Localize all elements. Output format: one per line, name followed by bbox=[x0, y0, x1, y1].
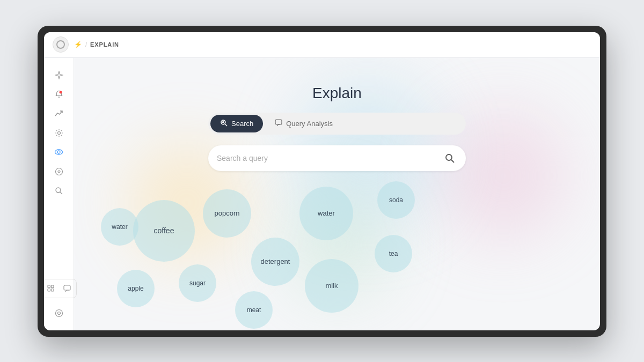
svg-point-19 bbox=[446, 154, 452, 160]
sidebar-item-eye[interactable] bbox=[50, 144, 68, 161]
sidebar-bottom bbox=[44, 279, 77, 322]
sidebar-item-bottom[interactable] bbox=[50, 305, 68, 322]
breadcrumb-sep: / bbox=[85, 41, 87, 48]
svg-line-7 bbox=[60, 192, 62, 194]
bubble-popcorn[interactable]: popcorn bbox=[203, 189, 251, 238]
query-tab-icon bbox=[275, 119, 282, 128]
sidebar-item-trending[interactable] bbox=[50, 105, 68, 122]
search-input[interactable] bbox=[217, 154, 442, 162]
bubble-soda[interactable]: soda bbox=[377, 181, 415, 219]
app-logo[interactable] bbox=[53, 36, 69, 53]
bubble-tea-label: tea bbox=[389, 250, 398, 257]
breadcrumb-current: EXPLAIN bbox=[90, 41, 119, 48]
svg-point-1 bbox=[57, 131, 60, 134]
svg-rect-10 bbox=[48, 289, 50, 292]
sidebar bbox=[44, 58, 74, 330]
bubble-water1-label: water bbox=[112, 223, 127, 231]
title-area: Explain Search Q bbox=[208, 85, 466, 176]
svg-point-14 bbox=[57, 312, 60, 314]
search-tab-icon bbox=[220, 119, 228, 128]
svg-point-13 bbox=[55, 309, 62, 316]
bubble-sugar[interactable]: sugar bbox=[179, 264, 216, 302]
main-layout: Explain Search Q bbox=[44, 58, 600, 330]
search-tab-label: Search bbox=[231, 120, 253, 128]
bubble-apple-label: apple bbox=[128, 285, 143, 292]
bubble-water2[interactable]: water bbox=[299, 187, 353, 240]
svg-point-0 bbox=[59, 91, 62, 93]
sidebar-item-sparkle[interactable] bbox=[50, 67, 68, 84]
breadcrumb-icon: ⚡ bbox=[74, 41, 82, 48]
bubble-apple[interactable]: apple bbox=[117, 270, 155, 307]
svg-rect-9 bbox=[52, 285, 54, 288]
svg-rect-12 bbox=[64, 285, 70, 290]
bubble-milk[interactable]: milk bbox=[305, 259, 358, 313]
svg-rect-8 bbox=[48, 285, 50, 288]
sidebar-item-compass[interactable] bbox=[50, 163, 68, 180]
screen: ⚡ / EXPLAIN bbox=[44, 32, 600, 330]
svg-point-6 bbox=[56, 188, 61, 193]
content-area: Explain Search Q bbox=[74, 58, 600, 330]
sidebar-item-settings[interactable] bbox=[50, 124, 68, 142]
topbar: ⚡ / EXPLAIN bbox=[44, 32, 600, 58]
svg-line-17 bbox=[225, 124, 227, 126]
bubble-water2-label: water bbox=[318, 209, 335, 217]
bubble-detergent[interactable]: detergent bbox=[251, 238, 299, 286]
bubble-meat[interactable]: meat bbox=[235, 291, 273, 329]
bubble-meat-label: meat bbox=[247, 306, 261, 314]
tab-bar: Search Query Analysis bbox=[208, 113, 466, 135]
tab-search[interactable]: Search bbox=[210, 115, 263, 132]
page-title: Explain bbox=[208, 85, 466, 102]
sidebar-item-bell[interactable] bbox=[50, 86, 68, 103]
device-frame: ⚡ / EXPLAIN bbox=[38, 26, 606, 337]
chat-toggle-button[interactable] bbox=[60, 282, 74, 295]
bubble-sugar-label: sugar bbox=[189, 279, 206, 287]
grid-toggle-button[interactable] bbox=[44, 282, 58, 295]
svg-point-16 bbox=[222, 121, 224, 123]
svg-line-20 bbox=[451, 160, 454, 162]
bubble-tea[interactable]: tea bbox=[375, 235, 412, 272]
svg-point-3 bbox=[57, 151, 60, 153]
bubble-area: water coffee popcorn water bbox=[74, 176, 600, 330]
bubble-milk-label: milk bbox=[325, 282, 338, 290]
sidebar-item-search[interactable] bbox=[50, 182, 68, 200]
svg-rect-11 bbox=[52, 289, 54, 292]
tab-query-analysis[interactable]: Query Analysis bbox=[265, 115, 342, 132]
breadcrumb: ⚡ / EXPLAIN bbox=[74, 41, 119, 48]
svg-point-4 bbox=[55, 168, 62, 175]
svg-rect-18 bbox=[275, 120, 282, 124]
bubble-coffee-label: coffee bbox=[154, 226, 174, 235]
search-button[interactable] bbox=[442, 151, 457, 166]
sidebar-toggle-group bbox=[44, 279, 77, 298]
search-bar bbox=[208, 145, 466, 171]
bubble-soda-label: soda bbox=[389, 196, 403, 204]
logo-inner bbox=[56, 40, 65, 49]
bubble-coffee[interactable]: coffee bbox=[133, 200, 195, 262]
bubble-detergent-label: detergent bbox=[261, 257, 290, 265]
bubble-popcorn-label: popcorn bbox=[215, 209, 240, 217]
query-tab-label: Query Analysis bbox=[286, 120, 333, 128]
svg-point-5 bbox=[58, 171, 60, 173]
